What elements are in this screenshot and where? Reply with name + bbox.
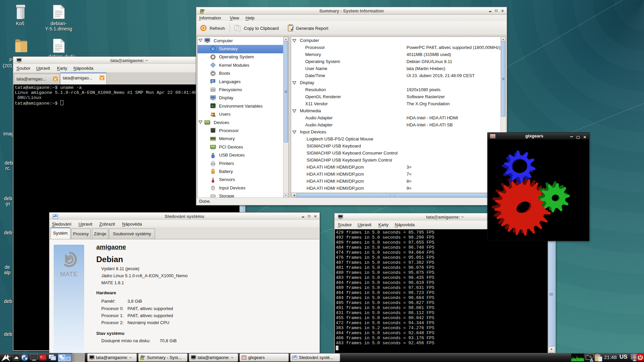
- svg-text:#_: #_: [40, 356, 44, 359]
- svg-text:>_: >_: [211, 105, 215, 108]
- svg-text:!: !: [591, 359, 592, 361]
- svg-text:i: i: [212, 47, 213, 51]
